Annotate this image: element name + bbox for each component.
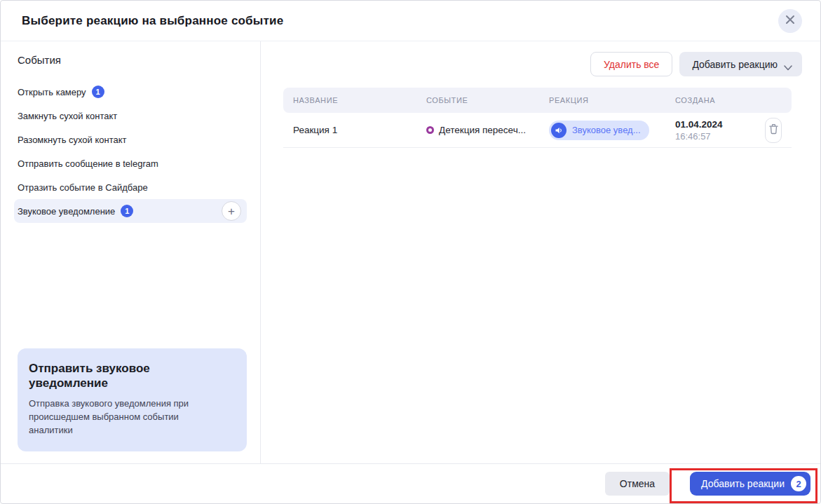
- delete-row-button[interactable]: [765, 118, 782, 143]
- count-badge: 1: [121, 205, 133, 217]
- events-sidebar: События Открыть камеру 1 Замкнуть сухой …: [1, 41, 261, 463]
- table-row: Реакция 1 Детекция пересеч... Звуковое у…: [283, 113, 792, 148]
- sidebar-title: События: [1, 54, 260, 66]
- modal-body: События Открыть камеру 1 Замкнуть сухой …: [1, 41, 820, 463]
- sidebar-item-label: Открыть камеру: [18, 87, 86, 97]
- reaction-cell: Звуковое увед...: [539, 121, 665, 140]
- sidebar-item-sound-notification[interactable]: Звуковое уведомление 1 +: [14, 199, 247, 223]
- created-time: 16:46:57: [675, 131, 711, 142]
- sidebar-item-label: Отправить сообщение в telegram: [18, 158, 158, 169]
- modal-footer: Отмена Добавить реакции 2: [1, 463, 820, 503]
- event-cell: Детекция пересеч...: [416, 125, 539, 135]
- sidebar-item-label: Звуковое уведомление: [18, 206, 115, 217]
- info-card-title: Отправить звуковое уведомление: [29, 361, 197, 391]
- sound-notification-icon: [551, 123, 566, 138]
- delete-all-button[interactable]: Удалить все: [590, 52, 672, 76]
- sidebar-item-label: Отразить событие в Сайдбаре: [18, 182, 148, 193]
- add-reaction-plus-button[interactable]: +: [222, 201, 241, 221]
- reaction-modal: Выберите реакцию на выбранное событие Со…: [0, 0, 821, 504]
- sidebar-item-label: Замкнуть сухой контакт: [18, 111, 117, 121]
- reaction-pill[interactable]: Звуковое увед...: [549, 121, 649, 140]
- submit-count-badge: 2: [791, 476, 806, 491]
- trash-icon: [768, 123, 779, 137]
- reaction-info-card: Отправить звуковое уведомление Отправка …: [18, 348, 247, 451]
- sidebar-item-close-dry-contact[interactable]: Замкнуть сухой контакт: [14, 104, 247, 128]
- add-reactions-submit-button[interactable]: Добавить реакции 2: [690, 472, 810, 496]
- add-reaction-dropdown-button[interactable]: Добавить реакцию: [679, 52, 802, 76]
- event-type-icon: [426, 126, 434, 134]
- column-header-event: СОБЫТИЕ: [416, 96, 539, 104]
- created-date: 01.04.2024: [675, 119, 723, 130]
- reactions-table: НАЗВАНИЕ СОБЫТИЕ РЕАКЦИЯ СОЗДАНА Реакция…: [283, 88, 792, 148]
- chevron-down-icon: [784, 62, 792, 67]
- row-actions-cell: [755, 118, 792, 143]
- sidebar-item-label: Разомкнуть сухой контакт: [18, 135, 127, 145]
- reaction-name-cell: Реакция 1: [283, 125, 416, 135]
- created-cell: 01.04.2024 16:46:57: [665, 119, 755, 142]
- sidebar-item-show-in-sidebar[interactable]: Отразить событие в Сайдбаре: [14, 175, 247, 199]
- column-header-name: НАЗВАНИЕ: [283, 96, 416, 104]
- sidebar-item-open-camera[interactable]: Открыть камеру 1: [14, 80, 247, 104]
- close-icon: [785, 15, 795, 27]
- count-badge: 1: [92, 86, 104, 98]
- column-header-created: СОЗДАНА: [665, 96, 755, 104]
- table-header-row: НАЗВАНИЕ СОБЫТИЕ РЕАКЦИЯ СОЗДАНА: [283, 88, 792, 113]
- event-list: Открыть камеру 1 Замкнуть сухой контакт …: [1, 80, 260, 223]
- column-header-reaction: РЕАКЦИЯ: [539, 96, 665, 104]
- sidebar-item-open-dry-contact[interactable]: Разомкнуть сухой контакт: [14, 128, 247, 151]
- info-card-description: Отправка звукового уведомления при проис…: [29, 397, 225, 437]
- modal-title: Выберите реакцию на выбранное событие: [22, 14, 283, 28]
- cancel-button[interactable]: Отмена: [605, 472, 670, 496]
- reactions-main: Удалить все Добавить реакцию НАЗВАНИЕ СО…: [261, 41, 820, 463]
- submit-button-label: Добавить реакции: [701, 478, 785, 489]
- toolbar: Удалить все Добавить реакцию: [283, 52, 802, 76]
- reaction-pill-label: Звуковое увед...: [572, 125, 641, 135]
- sidebar-item-telegram-message[interactable]: Отправить сообщение в telegram: [14, 151, 247, 175]
- plus-icon: +: [228, 205, 235, 217]
- add-reaction-dropdown-label: Добавить реакцию: [692, 59, 778, 70]
- modal-header: Выберите реакцию на выбранное событие: [1, 1, 820, 41]
- event-label: Детекция пересеч...: [439, 125, 526, 135]
- close-button[interactable]: [778, 9, 802, 33]
